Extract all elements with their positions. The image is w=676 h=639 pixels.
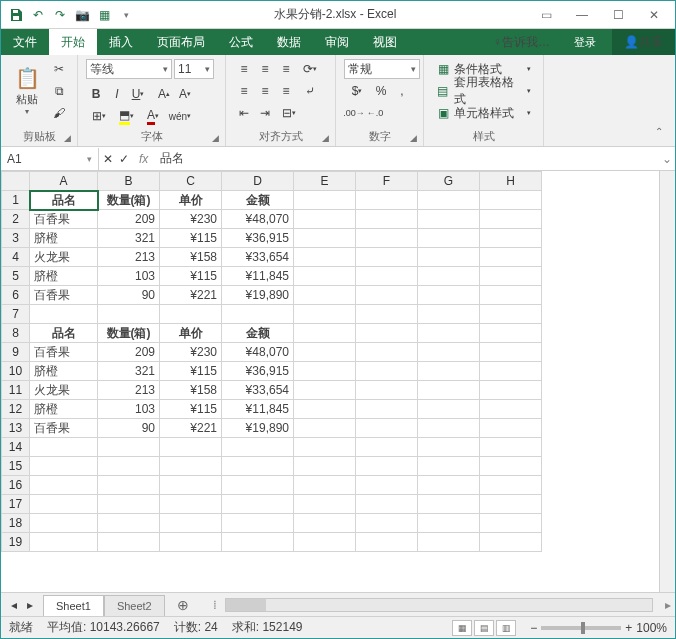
cell-B10[interactable]: 321 [98, 362, 160, 381]
cell-styles-button[interactable]: ▣单元格样式▾ [432, 103, 535, 123]
cell-A10[interactable]: 脐橙 [30, 362, 98, 381]
cell-F10[interactable] [356, 362, 418, 381]
cell-G9[interactable] [418, 343, 480, 362]
cell-H9[interactable] [480, 343, 542, 362]
cell-A2[interactable]: 百香果 [30, 210, 98, 229]
phonetic-button[interactable]: wén▾ [167, 106, 193, 126]
tell-me[interactable]: ♀ 告诉我… [481, 29, 562, 55]
horizontal-scrollbar[interactable] [225, 598, 653, 612]
cell-D3[interactable]: ¥36,915 [222, 229, 294, 248]
cell-G14[interactable] [418, 438, 480, 457]
align-top-button[interactable]: ≡ [234, 59, 254, 79]
cell-E4[interactable] [294, 248, 356, 267]
cell-C12[interactable]: ¥115 [160, 400, 222, 419]
cell-E11[interactable] [294, 381, 356, 400]
col-header-D[interactable]: D [222, 172, 294, 191]
tab-home[interactable]: 开始 [49, 29, 97, 55]
redo-icon[interactable]: ↷ [51, 6, 69, 24]
cell-A8[interactable]: 品名 [30, 324, 98, 343]
grid[interactable]: ABCDEFGH1品名数量(箱)单价金额2百香果209¥230¥48,0703脐… [1, 171, 659, 592]
row-header-9[interactable]: 9 [2, 343, 30, 362]
bold-button[interactable]: B [86, 84, 106, 104]
cell-C3[interactable]: ¥115 [160, 229, 222, 248]
cell-A6[interactable]: 百香果 [30, 286, 98, 305]
cell-C10[interactable]: ¥115 [160, 362, 222, 381]
add-sheet-button[interactable]: ⊕ [171, 597, 195, 613]
cell-B5[interactable]: 103 [98, 267, 160, 286]
cell-B19[interactable] [98, 533, 160, 552]
sheet-tab-2[interactable]: Sheet2 [104, 595, 165, 617]
fill-color-button[interactable]: ⬒▾ [113, 106, 139, 126]
cell-A11[interactable]: 火龙果 [30, 381, 98, 400]
cell-C16[interactable] [160, 476, 222, 495]
cell-E17[interactable] [294, 495, 356, 514]
cell-D8[interactable]: 金额 [222, 324, 294, 343]
font-name-combo[interactable]: 等线▾ [86, 59, 172, 79]
cell-D16[interactable] [222, 476, 294, 495]
cell-H16[interactable] [480, 476, 542, 495]
cell-G6[interactable] [418, 286, 480, 305]
cell-A14[interactable] [30, 438, 98, 457]
minimize-icon[interactable]: — [565, 5, 599, 25]
cell-E18[interactable] [294, 514, 356, 533]
cell-D14[interactable] [222, 438, 294, 457]
cell-H18[interactable] [480, 514, 542, 533]
cell-G16[interactable] [418, 476, 480, 495]
cell-B16[interactable] [98, 476, 160, 495]
cell-C6[interactable]: ¥221 [160, 286, 222, 305]
cell-C2[interactable]: ¥230 [160, 210, 222, 229]
cell-F9[interactable] [356, 343, 418, 362]
cell-G13[interactable] [418, 419, 480, 438]
cell-B6[interactable]: 90 [98, 286, 160, 305]
decrease-indent-button[interactable]: ⇤ [234, 103, 254, 123]
font-color-button[interactable]: A▾ [140, 106, 166, 126]
tab-layout[interactable]: 页面布局 [145, 29, 217, 55]
cell-C15[interactable] [160, 457, 222, 476]
cell-A18[interactable] [30, 514, 98, 533]
tab-data[interactable]: 数据 [265, 29, 313, 55]
col-header-F[interactable]: F [356, 172, 418, 191]
sheet-tab-1[interactable]: Sheet1 [43, 595, 104, 617]
row-header-2[interactable]: 2 [2, 210, 30, 229]
col-header-G[interactable]: G [418, 172, 480, 191]
cell-D17[interactable] [222, 495, 294, 514]
cell-D19[interactable] [222, 533, 294, 552]
font-launcher-icon[interactable]: ◢ [212, 133, 222, 143]
cell-E10[interactable] [294, 362, 356, 381]
cell-B12[interactable]: 103 [98, 400, 160, 419]
orientation-button[interactable]: ⟳▾ [297, 59, 323, 79]
collapse-ribbon-icon[interactable]: ⌃ [655, 126, 671, 142]
normal-view-button[interactable]: ▦ [452, 620, 472, 636]
formula-input[interactable]: 品名 [154, 150, 659, 167]
cell-D15[interactable] [222, 457, 294, 476]
cell-H7[interactable] [480, 305, 542, 324]
page-break-view-button[interactable]: ▥ [496, 620, 516, 636]
col-header-H[interactable]: H [480, 172, 542, 191]
cell-A17[interactable] [30, 495, 98, 514]
row-header-4[interactable]: 4 [2, 248, 30, 267]
decrease-decimal-button[interactable]: ←.0 [365, 103, 385, 123]
percent-button[interactable]: % [371, 81, 391, 101]
cell-G11[interactable] [418, 381, 480, 400]
sheet-prev-icon[interactable]: ◂ [7, 598, 21, 612]
cell-H17[interactable] [480, 495, 542, 514]
cell-H19[interactable] [480, 533, 542, 552]
cell-H13[interactable] [480, 419, 542, 438]
cell-E8[interactable] [294, 324, 356, 343]
cell-F18[interactable] [356, 514, 418, 533]
wrap-text-button[interactable]: ⤶ [297, 81, 323, 101]
cell-A13[interactable]: 百香果 [30, 419, 98, 438]
sheet-next-icon[interactable]: ▸ [23, 598, 37, 612]
cell-A7[interactable] [30, 305, 98, 324]
number-launcher-icon[interactable]: ◢ [410, 133, 420, 143]
cell-D7[interactable] [222, 305, 294, 324]
zoom-in-button[interactable]: + [625, 621, 632, 635]
cell-H6[interactable] [480, 286, 542, 305]
paste-button[interactable]: 📋 粘贴 ▾ [9, 59, 45, 123]
row-header-12[interactable]: 12 [2, 400, 30, 419]
camera-icon[interactable]: 📷 [73, 6, 91, 24]
cell-G8[interactable] [418, 324, 480, 343]
format-table-button[interactable]: ▤套用表格格式▾ [432, 81, 535, 101]
cell-C8[interactable]: 单价 [160, 324, 222, 343]
zoom-level[interactable]: 100% [636, 621, 667, 635]
